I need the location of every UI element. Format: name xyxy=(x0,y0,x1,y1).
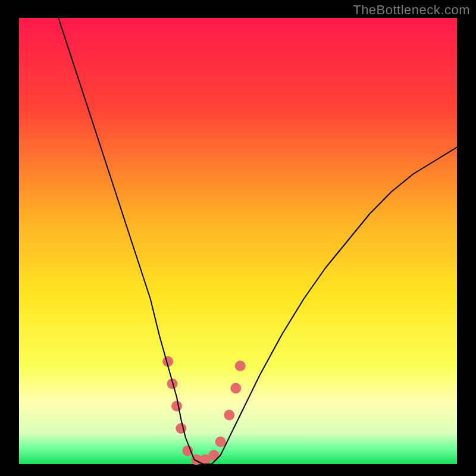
bottleneck-chart xyxy=(0,0,476,476)
highlight-dot xyxy=(224,410,234,421)
highlight-dot xyxy=(230,383,241,394)
plot-background xyxy=(19,18,457,464)
watermark-label: TheBottleneck.com xyxy=(353,2,470,18)
chart-container: TheBottleneck.com xyxy=(0,0,476,476)
highlight-dot xyxy=(209,450,220,461)
highlight-dot xyxy=(215,437,226,447)
highlight-dot xyxy=(171,401,182,412)
highlight-dot xyxy=(235,361,246,371)
highlight-dot xyxy=(176,423,186,434)
highlight-dot xyxy=(182,446,193,456)
